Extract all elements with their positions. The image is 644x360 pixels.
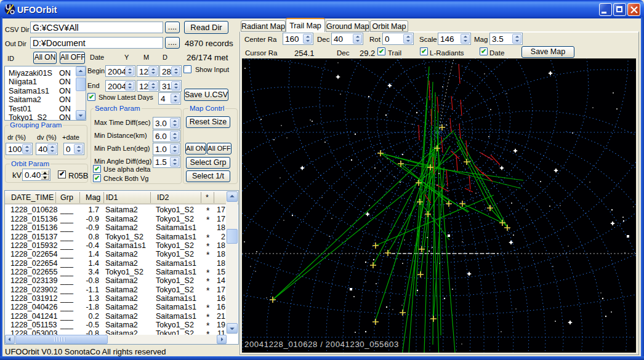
- svg-text:20041228_010628 / 20041230_055: 20041228_010628 / 20041230_055603: [244, 340, 399, 349]
